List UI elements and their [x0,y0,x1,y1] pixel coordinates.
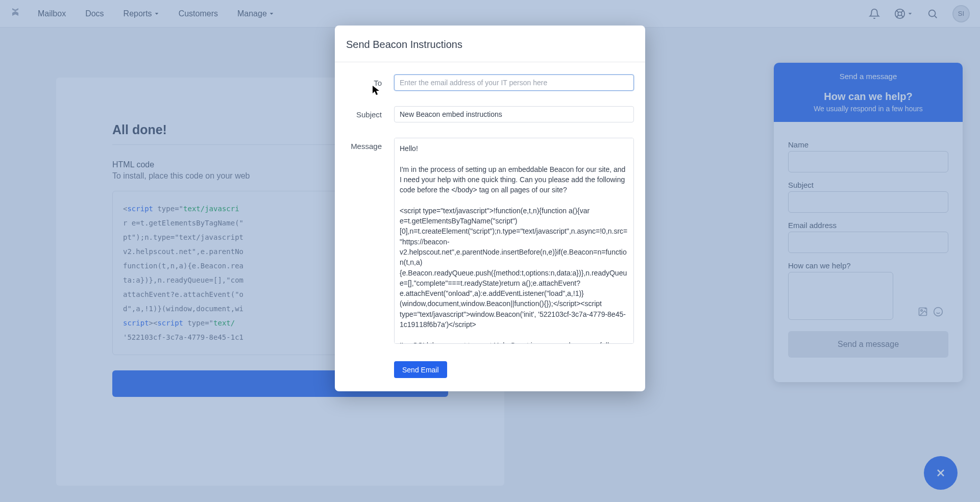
modal-title: Send Beacon Instructions [335,26,645,62]
message-label: Message [346,138,394,150]
send-instructions-modal: Send Beacon Instructions To Subject Mess… [335,26,645,391]
subject-label: Subject [346,106,394,119]
to-input[interactable] [394,74,634,91]
message-textarea[interactable] [394,138,634,344]
to-label: To [346,74,394,87]
subject-input[interactable] [394,106,634,122]
send-email-button[interactable]: Send Email [394,361,447,378]
